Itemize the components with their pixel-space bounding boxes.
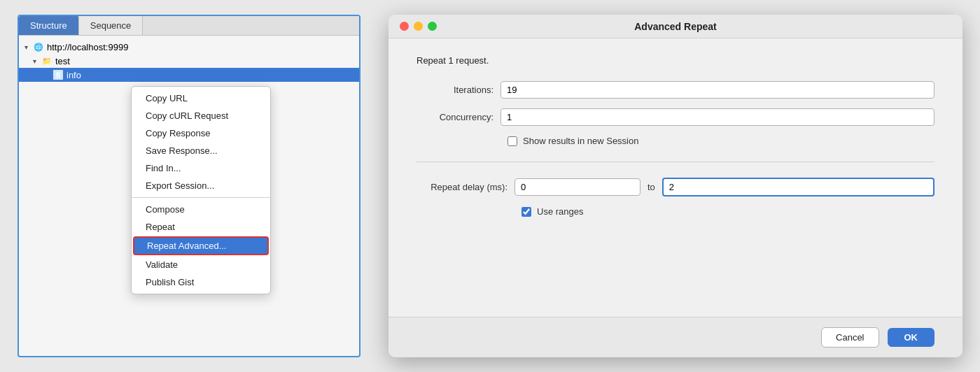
tree-folder-test[interactable]: ▾ 📁 test (19, 54, 359, 68)
to-label: to (648, 182, 655, 192)
arrow-icon: ▾ (24, 43, 33, 51)
repeat-label: Repeat 1 request. (416, 55, 934, 66)
use-ranges-checkbox[interactable] (522, 207, 531, 217)
dialog-footer: Cancel OK (388, 317, 962, 357)
menu-publish-gist[interactable]: Publish Gist (132, 273, 270, 291)
advanced-repeat-dialog: Advanced Repeat Repeat 1 request. Iterat… (388, 15, 962, 357)
use-ranges-row: Use ranges (416, 206, 934, 217)
iterations-row: Iterations: (416, 81, 934, 99)
tree-root[interactable]: ▾ 🌐 http://localhost:9999 (19, 40, 359, 54)
context-menu: Copy URL Copy cURL Request Copy Response… (131, 86, 271, 294)
dialog-title: Advanced Repeat (634, 21, 716, 32)
structure-panel: Structure Sequence ▾ 🌐 http://localhost:… (18, 15, 360, 357)
iterations-input[interactable] (500, 81, 934, 99)
folder-label: test (55, 56, 70, 66)
tab-structure[interactable]: Structure (19, 16, 79, 35)
menu-separator-1 (132, 197, 270, 198)
maximize-button[interactable] (428, 22, 437, 31)
root-label: http://localhost:9999 (47, 42, 128, 52)
delay-from-input[interactable] (514, 178, 640, 196)
menu-repeat[interactable]: Repeat (132, 218, 270, 236)
menu-copy-curl[interactable]: Copy cURL Request (132, 107, 270, 124)
menu-find-in[interactable]: Find In... (132, 159, 270, 177)
concurrency-label: Concurrency: (416, 112, 493, 122)
use-ranges-label: Use ranges (537, 206, 583, 217)
menu-validate[interactable]: Validate (132, 256, 270, 273)
tab-bar: Structure Sequence (19, 16, 359, 36)
show-results-label: Show results in new Session (523, 136, 638, 146)
menu-save-response[interactable]: Save Response... (132, 142, 270, 159)
globe-icon: 🌐 (33, 41, 44, 52)
concurrency-row: Concurrency: (416, 108, 934, 126)
window-controls (400, 22, 437, 31)
delay-to-input[interactable] (662, 178, 934, 196)
delay-row: Repeat delay (ms): to (416, 178, 934, 196)
dialog-body: Repeat 1 request. Iterations: Concurrenc… (388, 38, 962, 317)
minimize-button[interactable] (414, 22, 423, 31)
tab-sequence[interactable]: Sequence (79, 16, 144, 35)
folder-icon: 📁 (41, 55, 52, 66)
cancel-button[interactable]: Cancel (821, 327, 878, 348)
dialog-titlebar: Advanced Repeat (388, 15, 962, 38)
concurrency-input[interactable] (500, 108, 934, 126)
menu-repeat-advanced[interactable]: Repeat Advanced... (133, 236, 269, 255)
show-results-checkbox[interactable] (507, 136, 517, 146)
tree-file-info[interactable]: fi info (19, 68, 359, 82)
file-icon: fi (52, 69, 64, 80)
delay-label: Repeat delay (ms): (416, 182, 507, 192)
close-button[interactable] (400, 22, 409, 31)
arrow-icon: ▾ (33, 57, 41, 65)
show-results-row: Show results in new Session (416, 136, 934, 146)
divider (416, 162, 934, 162)
menu-copy-response[interactable]: Copy Response (132, 124, 270, 142)
iterations-label: Iterations: (416, 85, 493, 95)
menu-copy-url[interactable]: Copy URL (132, 90, 270, 107)
menu-compose[interactable]: Compose (132, 201, 270, 218)
ok-button[interactable]: OK (888, 328, 935, 347)
file-label: info (66, 70, 81, 80)
menu-export-session[interactable]: Export Session... (132, 177, 270, 194)
